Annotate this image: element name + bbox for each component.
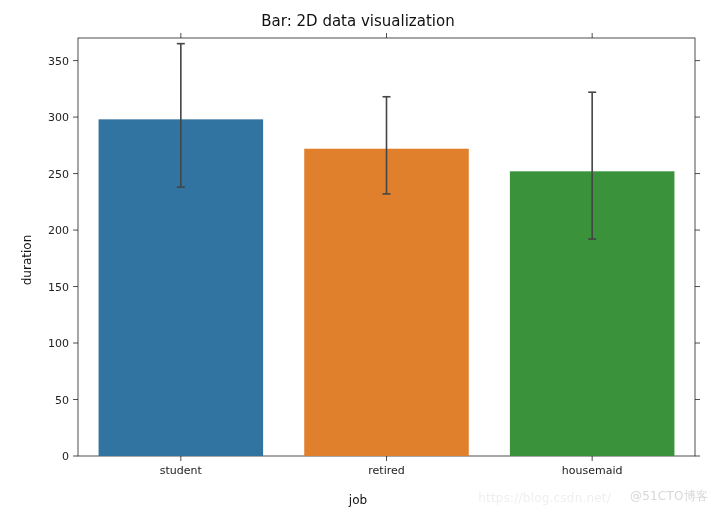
svg-text:retired: retired xyxy=(368,464,404,477)
svg-text:250: 250 xyxy=(48,168,69,181)
bar-retired xyxy=(304,149,469,456)
svg-text:150: 150 xyxy=(48,281,69,294)
svg-text:100: 100 xyxy=(48,337,69,350)
svg-text:50: 50 xyxy=(55,394,69,407)
chart-plot-area: 050100150200250300350 studentretiredhous… xyxy=(0,0,716,519)
svg-text:300: 300 xyxy=(48,111,69,124)
svg-text:200: 200 xyxy=(48,224,69,237)
svg-text:0: 0 xyxy=(62,450,69,463)
svg-text:350: 350 xyxy=(48,55,69,68)
svg-text:housemaid: housemaid xyxy=(562,464,623,477)
svg-text:student: student xyxy=(160,464,203,477)
y-tick: 350 xyxy=(48,55,700,68)
